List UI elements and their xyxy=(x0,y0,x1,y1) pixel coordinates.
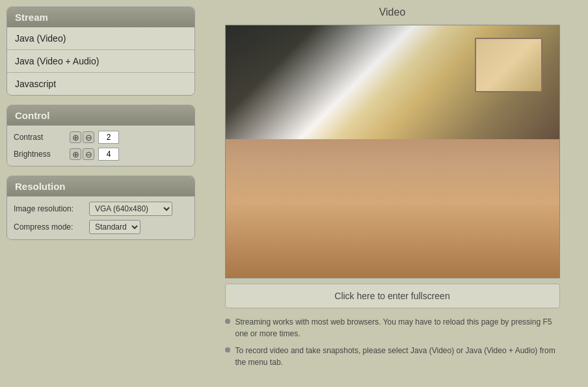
contrast-plus-button[interactable]: ⊕ xyxy=(70,131,81,143)
stream-item-javascript[interactable]: Javascript xyxy=(7,73,194,95)
stream-item-java-video-audio[interactable]: Java (Video + Audio) xyxy=(7,50,194,73)
compress-mode-select[interactable]: Standard Low High xyxy=(89,220,140,234)
notes-section: Streaming works with most web browsers. … xyxy=(225,316,560,368)
contrast-label: Contrast xyxy=(14,133,66,142)
note-bullet-1 xyxy=(225,319,230,324)
compress-mode-label: Compress mode: xyxy=(14,222,85,232)
contrast-minus-button[interactable]: ⊖ xyxy=(83,131,94,143)
brightness-label: Brightness xyxy=(14,150,66,159)
note-bullet-2 xyxy=(225,347,230,353)
brightness-minus-button[interactable]: ⊖ xyxy=(83,148,94,160)
right-panel: Video Click here to enter fullscreen Str… xyxy=(203,7,581,368)
image-resolution-row: Image resolution: VGA (640x480) QVGA (32… xyxy=(14,202,188,216)
stream-section: Stream Java (Video) Java (Video + Audio)… xyxy=(7,7,195,96)
resolution-section: Resolution Image resolution: VGA (640x48… xyxy=(7,176,195,240)
fullscreen-button[interactable]: Click here to enter fullscreen xyxy=(225,284,560,308)
stream-header: Stream xyxy=(7,7,194,27)
note-item-2: To record video and take snapshots, plea… xyxy=(225,345,560,368)
note-item-1: Streaming works with most web browsers. … xyxy=(225,316,560,340)
control-section: Control Contrast ⊕ ⊖ Brightness ⊕ ⊖ xyxy=(7,105,195,167)
resolution-body: Image resolution: VGA (640x480) QVGA (32… xyxy=(7,196,194,239)
contrast-row: Contrast ⊕ ⊖ xyxy=(14,131,188,144)
brightness-row: Brightness ⊕ ⊖ xyxy=(14,148,188,161)
image-resolution-label: Image resolution: xyxy=(14,204,85,213)
brightness-plus-button[interactable]: ⊕ xyxy=(70,148,81,160)
contrast-value[interactable] xyxy=(98,131,119,144)
video-container xyxy=(225,25,560,278)
note-text-2: To record video and take snapshots, plea… xyxy=(235,345,560,368)
compress-mode-row: Compress mode: Standard Low High xyxy=(14,220,188,234)
video-feed xyxy=(226,25,559,278)
control-header: Control xyxy=(7,105,194,126)
note-text-1: Streaming works with most web browsers. … xyxy=(235,316,560,340)
image-resolution-select[interactable]: VGA (640x480) QVGA (320x240) SXGA (1280x… xyxy=(89,202,172,216)
video-title: Video xyxy=(379,7,406,18)
brightness-value[interactable] xyxy=(98,148,119,161)
brightness-buttons: ⊕ ⊖ xyxy=(70,148,94,160)
stream-item-java-video[interactable]: Java (Video) xyxy=(7,27,194,50)
resolution-header: Resolution xyxy=(7,176,194,196)
left-panel: Stream Java (Video) Java (Video + Audio)… xyxy=(7,7,195,368)
control-body: Contrast ⊕ ⊖ Brightness ⊕ ⊖ xyxy=(7,126,194,166)
contrast-buttons: ⊕ ⊖ xyxy=(70,131,94,143)
